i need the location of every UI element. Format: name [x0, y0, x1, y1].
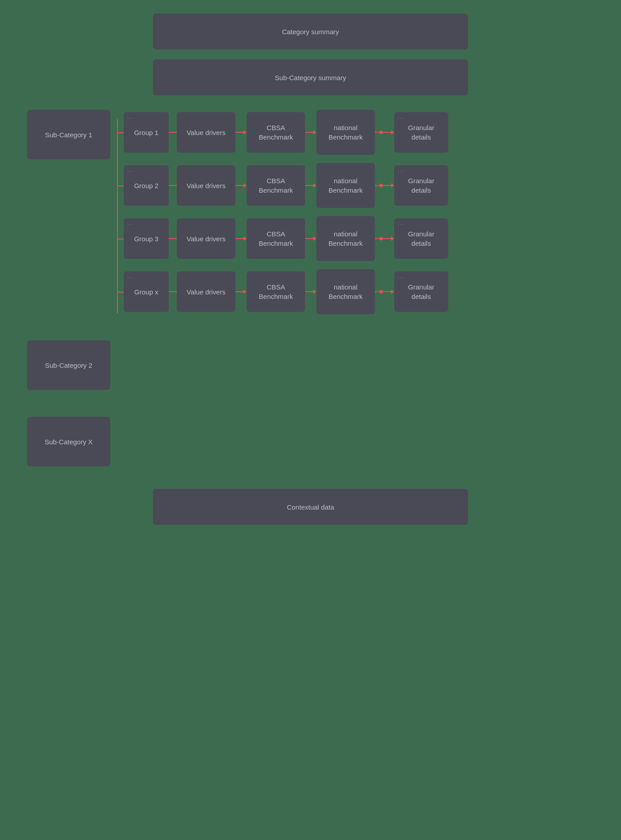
sub-category-2-label: Sub-Category 2: [45, 361, 92, 370]
contextual-data-card: Contextual data: [153, 489, 468, 525]
gx-arrow2: [235, 289, 247, 294]
gx-arrow3: [305, 289, 316, 294]
sub-category-2-card: Sub-Category 2: [27, 340, 110, 390]
granular-1-card: Granulardetails: [394, 112, 448, 153]
category-summary-label: Category summary: [282, 27, 339, 36]
groups-container: Group 1 Value drivers CBSABenchmark: [124, 110, 448, 322]
diagram: Category summary Sub-Category summary Su…: [18, 14, 603, 530]
group-x-row: Group x Value drivers CBSABenchmark: [124, 269, 448, 314]
sub-category-x-label: Sub-Category X: [45, 437, 93, 447]
cbsa-1-label: CBSABenchmark: [259, 123, 293, 142]
cbsa-2-card: CBSABenchmark: [247, 165, 305, 206]
g3-arrow2: [235, 236, 247, 241]
g3-arrow1: [169, 238, 177, 239]
g1-dot-line: [375, 130, 394, 135]
g2-arrow3: [305, 183, 316, 188]
cbsa-1-card: CBSABenchmark: [247, 112, 305, 153]
national-3-label: nationalBenchmark: [328, 229, 363, 248]
group-1-label: Group 1: [134, 128, 158, 137]
g2-arrow2: [235, 183, 247, 188]
sub-category-x-card: Sub-Category X: [27, 417, 110, 466]
sub-category-1-section: Sub-Category 1 Group 1 Value drivers: [27, 110, 603, 322]
cbsa-x-label: CBSABenchmark: [259, 282, 293, 301]
contextual-data-label: Contextual data: [287, 502, 334, 512]
cbsa-3-label: CBSABenchmark: [259, 229, 293, 248]
national-1-label: nationalBenchmark: [328, 123, 363, 142]
sub-category-summary-card: Sub-Category summary: [153, 59, 468, 95]
granular-x-label: Granulardetails: [408, 282, 434, 301]
group-3-row: Group 3 Value drivers CBSABenchmark: [124, 216, 448, 261]
group-x-label: Group x: [134, 287, 158, 297]
national-1-card: nationalBenchmark: [316, 110, 375, 155]
sub-category-summary-label: Sub-Category summary: [275, 73, 346, 82]
national-2-card: nationalBenchmark: [316, 163, 375, 208]
granular-2-card: Granulardetails: [394, 165, 448, 206]
value-drivers-1-label: Value drivers: [187, 128, 225, 137]
g2-dot-line: [375, 183, 394, 188]
value-drivers-3-label: Value drivers: [187, 234, 225, 244]
national-2-label: nationalBenchmark: [328, 176, 363, 195]
value-drivers-2-label: Value drivers: [187, 181, 225, 190]
sub-category-1-label: Sub-Category 1: [45, 130, 92, 140]
category-summary-card: Category summary: [153, 14, 468, 50]
value-drivers-x-card: Value drivers: [177, 271, 235, 312]
g1-arrow3: [305, 130, 316, 135]
granular-1-label: Granulardetails: [408, 123, 434, 142]
standalone-cards: Sub-Category 2 Sub-Category X: [27, 340, 603, 466]
g2-arrow1: [169, 185, 177, 186]
sub-category-1-card: Sub-Category 1: [27, 110, 110, 159]
g3-dot-line: [375, 236, 394, 241]
value-drivers-3-card: Value drivers: [177, 218, 235, 259]
top-cards: Category summary Sub-Category summary: [18, 14, 603, 101]
g3-arrow3: [305, 236, 316, 241]
group-2-card: Group 2: [124, 165, 169, 206]
group-2-row: Group 2 Value drivers CBSABenchmark: [124, 163, 448, 208]
value-drivers-x-label: Value drivers: [187, 287, 225, 297]
group-1-card: Group 1: [124, 112, 169, 153]
value-drivers-2-card: Value drivers: [177, 165, 235, 206]
national-x-card: nationalBenchmark: [316, 269, 375, 314]
g1-arrow2: [235, 130, 247, 135]
bottom-section: Contextual data: [18, 489, 603, 530]
group-3-card: Group 3: [124, 218, 169, 259]
national-x-label: nationalBenchmark: [328, 282, 363, 301]
group-x-card: Group x: [124, 271, 169, 312]
national-3-card: nationalBenchmark: [316, 216, 375, 261]
cbsa-x-card: CBSABenchmark: [247, 271, 305, 312]
granular-3-label: Granulardetails: [408, 229, 434, 248]
gx-arrow1: [169, 291, 177, 292]
value-drivers-1-card: Value drivers: [177, 112, 235, 153]
group-2-label: Group 2: [134, 181, 158, 190]
group-1-row: Group 1 Value drivers CBSABenchmark: [124, 110, 448, 155]
cbsa-3-card: CBSABenchmark: [247, 218, 305, 259]
granular-3-card: Granulardetails: [394, 218, 448, 259]
cbsa-2-label: CBSABenchmark: [259, 176, 293, 195]
g1-arrow1: [169, 132, 177, 133]
granular-2-label: Granulardetails: [408, 176, 434, 195]
granular-x-card: Granulardetails: [394, 271, 448, 312]
gx-dot-line: [375, 289, 394, 294]
group-3-label: Group 3: [134, 234, 158, 244]
